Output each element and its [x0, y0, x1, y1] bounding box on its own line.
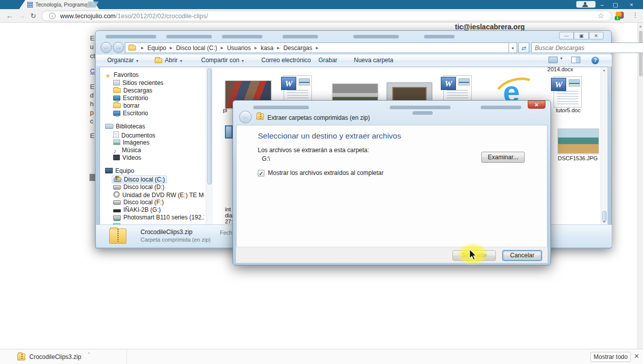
blurred-text: [222, 35, 262, 38]
explorer-forward-button[interactable]: →: [113, 42, 124, 53]
sidebar-item-documentos[interactable]: Documentos: [113, 131, 155, 139]
help-button[interactable]: ?: [591, 57, 599, 64]
sidebar-section-equipo[interactable]: Equipo: [105, 167, 134, 174]
bookmark-star-icon[interactable]: ☆: [598, 12, 604, 20]
page-scrollbar[interactable]: ▲: [637, 23, 643, 349]
refresh-button[interactable]: ⇄: [518, 42, 529, 53]
reload-icon[interactable]: ↻: [30, 11, 36, 20]
preview-pane-button[interactable]: [571, 57, 580, 63]
page-text-fragment: d: [90, 92, 94, 99]
file-label-2014[interactable]: 2014.docx: [541, 66, 579, 72]
sidebar-item-disco-c[interactable]: Disco local (C:): [112, 175, 167, 184]
chevron-right-icon: ▶: [252, 46, 259, 50]
scroll-up-icon[interactable]: ▲: [603, 69, 606, 72]
sidebar-item-escritorio-2[interactable]: Escritorio: [113, 110, 148, 117]
breadcrumb[interactable]: ▶ Equipo ▶ Disco local (C:) ▶ Usuarios ▶…: [125, 42, 509, 53]
address-bar[interactable]: i www.tecnojulio.com/1eso/2012/02/02/cro…: [41, 11, 612, 21]
navigation-pane: ★Favoritos Sitios recientes Descargas Es…: [100, 67, 206, 224]
sidebar-item-disco-d[interactable]: Disco local (D:): [113, 184, 164, 191]
sidebar-section-bibliotecas[interactable]: Bibliotecas: [105, 123, 145, 130]
sidebar-item-dvd[interactable]: Unidad de DVD RW (E:) TE MO: [113, 191, 204, 199]
show-extracted-checkbox[interactable]: ✓: [258, 170, 264, 176]
chevron-right-icon: ▶: [167, 46, 175, 50]
chevron-down-icon: ▼: [241, 59, 245, 63]
explorer-close-button[interactable]: ✕: [589, 32, 604, 39]
chevron-down-icon[interactable]: ▼: [560, 57, 563, 60]
file-thumbnail-dscf1536[interactable]: [558, 128, 599, 154]
search-input[interactable]: [535, 44, 643, 52]
sidebar-item-descargas[interactable]: Descargas: [113, 87, 152, 94]
chevron-right-icon: ▶: [274, 46, 282, 50]
organize-button[interactable]: Organizar ▼: [107, 57, 139, 64]
selected-file-date-fragment: Fech: [220, 230, 232, 236]
breadcrumb-usuarios[interactable]: Usuarios: [226, 44, 252, 52]
sidebar-scrollbar[interactable]: [206, 67, 213, 224]
file-list-scrollbar[interactable]: ▲ ▼: [601, 67, 608, 224]
url-text: www.tecnojulio.com/1eso/2012/02/02/croco…: [60, 13, 208, 20]
burn-button[interactable]: Grabar: [318, 57, 337, 64]
browse-button[interactable]: Examinar...: [481, 152, 525, 163]
new-folder-button[interactable]: Nueva carpeta: [354, 57, 393, 64]
explorer-back-button[interactable]: ←: [101, 42, 112, 53]
cancel-button[interactable]: Cancelar: [502, 250, 542, 261]
breadcrumb-disco-c[interactable]: Disco local (C:): [175, 44, 218, 52]
blurred-text: [481, 106, 521, 109]
show-all-downloads-button[interactable]: Mostrar todo: [590, 352, 631, 362]
window-maximize-button[interactable]: ▢: [613, 0, 618, 9]
destination-path[interactable]: G:\: [262, 155, 270, 162]
sidebar-section-favoritos[interactable]: ★Favoritos: [105, 71, 139, 79]
change-view-button[interactable]: [548, 57, 558, 63]
blurred-text: [390, 106, 450, 109]
address-dropdown-button[interactable]: ▼: [509, 42, 517, 53]
download-bar-close-icon[interactable]: ✕: [634, 352, 639, 360]
sidebar-item-borrar[interactable]: borrar: [113, 102, 140, 109]
download-item[interactable]: CrocodileClips3.zip: [17, 351, 118, 362]
page-info-icon[interactable]: i: [49, 13, 56, 19]
drive-icon: [113, 185, 121, 190]
explorer-maximize-button[interactable]: ▣: [574, 32, 588, 39]
desktop-icon: [113, 96, 120, 101]
sidebar-item-escritorio[interactable]: Escritorio: [113, 95, 148, 102]
forward-icon[interactable]: →: [18, 11, 25, 20]
sidebar-item-musica[interactable]: ♪Música: [113, 147, 141, 155]
scroll-up-icon[interactable]: ▲: [639, 25, 642, 28]
dialog-back-button[interactable]: ←: [239, 111, 252, 123]
file-label-tutor5[interactable]: tutor5.doc: [550, 107, 586, 113]
sidebar-item-sitios-recientes[interactable]: Sitios recientes: [113, 79, 163, 86]
sidebar-item-imagenes[interactable]: Imágenes: [113, 139, 150, 146]
zip-file-icon: [17, 353, 25, 360]
sidebar-item-photosmart[interactable]: Photosmart B110 series (192.1: [113, 214, 204, 221]
download-chevron-icon[interactable]: ⌃: [87, 352, 91, 357]
show-extracted-label[interactable]: Mostrar los archivos extraídos al comple…: [268, 169, 384, 176]
email-button[interactable]: Correo electrónico: [261, 57, 311, 64]
extension-icon[interactable]: 1: [616, 12, 624, 19]
libraries-icon: [105, 124, 113, 129]
file-partial-icon[interactable]: [225, 125, 233, 139]
share-button[interactable]: Compartir con ▼: [201, 57, 245, 64]
download-bar: CrocodileClips3.zip ⌃ Mostrar todo ✕: [0, 349, 643, 364]
browser-menu-icon[interactable]: ⋮: [632, 11, 638, 19]
breadcrumb-equipo[interactable]: Equipo: [146, 44, 167, 52]
file-label-dscf1536[interactable]: DSCF1536.JPG: [553, 155, 603, 161]
dialog-close-button[interactable]: ✕: [528, 101, 545, 109]
file-word-doc-tutor5[interactable]: W: [554, 76, 582, 108]
tab-favicon-icon: [27, 2, 33, 8]
sidebar-item-videos[interactable]: Vídeos: [113, 154, 141, 161]
open-button[interactable]: Abrir ▼: [165, 57, 183, 64]
selected-file-type: Carpeta comprimida (en zip): [141, 237, 211, 243]
explorer-minimize-button[interactable]: —: [559, 32, 574, 39]
sidebar-item-inaki-g[interactable]: IÑAKI-2B (G:): [113, 206, 161, 213]
sidebar-item-disco-f[interactable]: Disco local (F:): [113, 199, 164, 206]
blurred-text: [412, 111, 433, 115]
breadcrumb-descargas[interactable]: Descargas: [282, 44, 313, 52]
profile-button[interactable]: [576, 1, 595, 8]
window-minimize-button[interactable]: –: [601, 0, 604, 9]
back-icon[interactable]: ←: [6, 11, 13, 20]
page-link-fragment[interactable]: C: [90, 67, 95, 75]
recent-places-icon: [113, 80, 120, 85]
explorer-window-controls: — ▣ ✕: [559, 32, 604, 39]
scroll-down-icon[interactable]: ▼: [603, 220, 606, 223]
window-close-button[interactable]: ×: [630, 0, 633, 9]
breadcrumb-kasa[interactable]: kasa: [260, 44, 274, 52]
page-text-fragment: E: [90, 132, 95, 140]
